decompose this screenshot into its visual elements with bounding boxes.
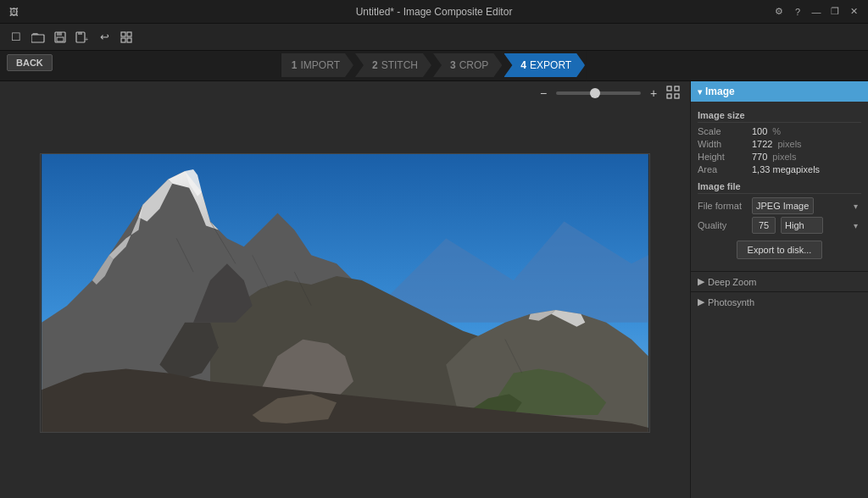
width-label: Width xyxy=(698,139,748,149)
svg-rect-12 xyxy=(675,86,679,91)
title-bar-tools: 🖼 xyxy=(7,5,20,19)
svg-rect-2 xyxy=(57,32,62,36)
height-row: Height 770 pixels xyxy=(698,152,861,162)
deep-zoom-arrow: ▶ xyxy=(698,276,704,287)
window-controls: ⚙ ? — ❐ ✕ xyxy=(771,5,861,19)
scale-value: 100 xyxy=(752,126,767,136)
width-unit: pixels xyxy=(777,139,801,149)
settings-icon[interactable]: ⚙ xyxy=(771,5,787,19)
open-icon[interactable] xyxy=(29,28,47,47)
height-unit: pixels xyxy=(772,152,796,162)
zoom-out-button[interactable]: − xyxy=(536,86,551,101)
quality-select[interactable]: High Medium Low xyxy=(781,217,823,234)
title-bar: 🖼 Untitled* - Image Composite Editor ⚙ ?… xyxy=(0,0,868,24)
back-button[interactable]: BACK xyxy=(7,54,53,71)
height-label: Height xyxy=(698,152,748,162)
step-nav-wrapper: BACK 1 IMPORT 2 STITCH 3 CROP 4 EXPORT xyxy=(0,51,868,81)
export-button[interactable]: Export to disk... xyxy=(737,241,823,259)
height-value: 770 xyxy=(752,152,767,162)
panorama-image xyxy=(40,153,650,433)
minimize-button[interactable]: — xyxy=(809,5,824,19)
image-section-header[interactable]: ▾ Image xyxy=(691,81,868,102)
zoom-bar: − + xyxy=(0,81,690,105)
scale-unit: % xyxy=(772,126,781,136)
svg-rect-0 xyxy=(31,35,44,42)
step-export[interactable]: 4 EXPORT xyxy=(504,53,585,77)
photosynth-label: Photosynth xyxy=(708,297,754,307)
toolbar: ☐ + ↩ xyxy=(0,24,868,51)
undo-icon[interactable]: ↩ xyxy=(95,28,114,47)
zoom-thumb[interactable] xyxy=(590,88,600,98)
format-label: File format xyxy=(698,201,748,211)
svg-rect-8 xyxy=(127,32,131,36)
svg-rect-3 xyxy=(57,37,64,42)
area-row: Area 1,33 megapixels xyxy=(698,164,861,174)
save-as-icon[interactable]: + xyxy=(73,28,92,47)
help-icon[interactable]: ? xyxy=(790,5,805,19)
width-value: 1722 xyxy=(752,139,772,149)
image-file-subtitle: Image file xyxy=(698,181,861,194)
close-button[interactable]: ✕ xyxy=(846,5,861,19)
image-section-title: Image xyxy=(705,86,735,97)
area-value: 1,33 megapixels xyxy=(752,164,820,174)
autofit-icon[interactable] xyxy=(117,28,136,47)
area-label: Area xyxy=(698,164,748,174)
svg-text:+: + xyxy=(85,36,88,42)
window-title: Untitled* - Image Composite Editor xyxy=(356,6,513,18)
format-select[interactable]: JPEG Image PNG Image TIFF Image xyxy=(752,197,814,214)
right-panel: ▾ Image Image size Scale 100 % Width 172… xyxy=(690,81,868,498)
step-crop[interactable]: 3 CROP xyxy=(433,53,502,77)
step-import[interactable]: 1 IMPORT xyxy=(281,53,353,77)
save-icon[interactable] xyxy=(51,28,70,47)
new-icon[interactable]: ☐ xyxy=(7,28,25,47)
svg-rect-14 xyxy=(675,94,679,98)
zoom-slider[interactable] xyxy=(556,91,641,95)
step-nav: 1 IMPORT 2 STITCH 3 CROP 4 EXPORT xyxy=(281,51,587,81)
svg-rect-13 xyxy=(667,94,671,98)
svg-rect-7 xyxy=(121,32,125,36)
image-section-body: Image size Scale 100 % Width 1722 pixels… xyxy=(691,102,868,271)
format-row: File format JPEG Image PNG Image TIFF Im… xyxy=(698,197,861,214)
main-content: − + xyxy=(0,81,868,498)
scale-label: Scale xyxy=(698,126,748,136)
svg-rect-11 xyxy=(667,86,671,91)
image-section-arrow: ▾ xyxy=(698,87,702,97)
app-icon: 🖼 xyxy=(7,5,20,19)
photosynth-header[interactable]: ▶ Photosynth xyxy=(691,291,868,312)
quality-row: Quality High Medium Low xyxy=(698,217,861,234)
quality-input[interactable] xyxy=(752,217,776,234)
image-size-subtitle: Image size xyxy=(698,110,861,123)
scale-row: Scale 100 % xyxy=(698,126,861,136)
svg-rect-5 xyxy=(78,32,82,35)
canvas-area: − + xyxy=(0,81,690,498)
svg-rect-10 xyxy=(127,38,131,42)
quality-select-wrapper: High Medium Low xyxy=(781,217,861,234)
step-stitch[interactable]: 2 STITCH xyxy=(355,53,431,77)
photosynth-arrow: ▶ xyxy=(698,296,704,307)
zoom-in-button[interactable]: + xyxy=(646,86,661,101)
svg-rect-9 xyxy=(121,38,125,42)
width-row: Width 1722 pixels xyxy=(698,139,861,149)
zoom-fit-icon[interactable] xyxy=(666,86,680,102)
deep-zoom-label: Deep Zoom xyxy=(708,277,756,287)
quality-label: Quality xyxy=(698,220,748,230)
deep-zoom-header[interactable]: ▶ Deep Zoom xyxy=(691,271,868,291)
format-select-wrapper: JPEG Image PNG Image TIFF Image xyxy=(752,197,861,214)
restore-button[interactable]: ❐ xyxy=(827,5,843,19)
image-canvas xyxy=(0,105,690,498)
